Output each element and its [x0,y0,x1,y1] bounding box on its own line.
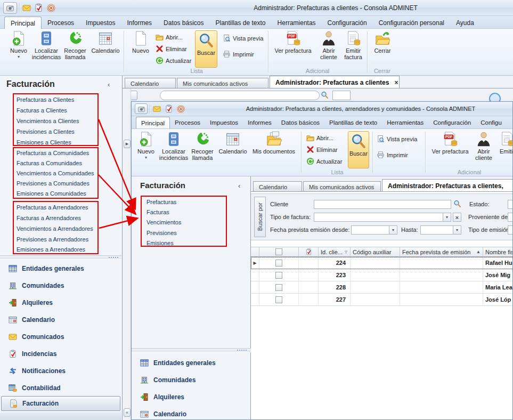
hasta-dropdown-icon[interactable]: ▾ [453,225,461,235]
sidebar-item-facturas-arrendadores[interactable]: Facturas a Arrendadores [17,215,81,221]
abrir-cliente-button[interactable]: Abrir cliente [317,30,340,61]
imprimir-button[interactable]: Imprimir [223,50,254,58]
tab-principal[interactable]: Principal [4,17,42,29]
nuevo-button[interactable]: Nuevo [128,30,153,54]
sidebar-item-emisiones-clientes[interactable]: Emisiones a Clientes [17,139,71,146]
inner-sidebar-splitter[interactable] [132,348,251,352]
sidebar-item-emisiones-comunidades[interactable]: Emisiones a Comunidades [17,190,86,197]
ver-prefactura-button[interactable]: Ver prefactura [271,30,315,54]
tab-configuracion-personal[interactable]: Configuración personal [373,17,450,29]
buscar-button[interactable]: Buscar [348,131,369,168]
vista-previa-button[interactable]: Vista previa [223,34,263,42]
tipo-factura-clear-icon[interactable]: × [453,213,461,222]
eliminar-button[interactable]: Eliminar [306,146,338,154]
sidebar-collapse-icon[interactable]: ‹ [238,182,240,190]
tab-procesos[interactable]: Procesos [170,117,205,128]
ver-prefactura-button[interactable]: Ver prefactura [428,131,472,155]
row-checkbox-cell[interactable] [259,294,299,306]
tab-configuracion[interactable]: Configuración [322,17,373,29]
localizar-incidencias-button[interactable]: Localizar incidencias [32,30,61,61]
tab-impuestos[interactable]: Impuestos [80,17,121,29]
tasks-icon[interactable] [34,3,43,12]
sidebar-item-vencimientos-comunidades[interactable]: Vencimientos a Comunidades [17,170,94,176]
col-id-cliente[interactable]: Id. clie... [319,247,351,257]
col-nombre-fiscal[interactable]: Nombre fis [483,247,513,257]
tab-herramientas[interactable]: Herramientas [382,117,428,128]
sidebar-item-vencimientos[interactable]: Vencimientos [146,219,181,225]
estado-input[interactable] [508,200,513,209]
sidebar-item-emisiones[interactable]: Emisiones [146,240,174,246]
col-fecha-prevista[interactable]: Fecha prevista de emisión▲ [400,247,483,257]
sidebar-item-previsiones-clientes[interactable]: Previsiones a Clientes [17,128,75,135]
emitir-factura-button[interactable]: Emitir [495,131,513,155]
emitir-factura-button[interactable]: Emitir factura [341,30,365,61]
expand-panel-button[interactable]: ▶ [124,140,131,148]
cerrar-button[interactable]: Cerrar [370,30,395,54]
broadcast-icon[interactable] [177,105,185,113]
abrir-button[interactable]: Abrir... [306,134,333,142]
mis-documentos-button[interactable]: Mis documentos [251,131,297,155]
nav-calendario[interactable]: Calendario [1,312,120,327]
nav-notificaciones[interactable]: Notificaciones [1,364,120,378]
tasks-icon[interactable] [165,104,173,113]
sidebar-item-previsiones-arrendadores[interactable]: Previsiones a Arrendadores [17,236,88,243]
row-nombre-cell[interactable]: José Lóp [483,294,513,306]
tab-datos-basicos[interactable]: Datos básicos [276,117,324,128]
row-fecha-cell[interactable] [400,269,483,281]
tab-datos-basicos[interactable]: Datos básicos [158,17,209,29]
tab-plantillas[interactable]: Plantillas de texto [324,117,382,128]
row-checkbox[interactable] [275,260,282,266]
tab-informes[interactable]: Informes [243,117,276,128]
row-id-cell[interactable]: 227 [319,294,351,306]
doc-tab-calendario[interactable]: Calendario [125,78,176,88]
actualizar-button[interactable]: Actualizar [306,157,342,165]
recoger-llamada-button[interactable]: Recoger llamada [189,131,216,161]
tab-impuestos[interactable]: Impuestos [205,117,243,128]
nav-alquileres[interactable]: Alquileres [1,295,120,310]
tab-configuracion-2[interactable]: Configu [476,117,507,128]
row-id-cell[interactable]: 223 [319,269,351,281]
eliminar-button[interactable]: Eliminar [156,45,187,53]
splitter-handle[interactable] [109,257,118,258]
inner-app-menu-button[interactable] [135,103,148,114]
sidebar-item-vencimientos-arrendadores[interactable]: Vencimientos a Arrendadores [17,225,93,232]
row-checkbox[interactable] [275,272,282,279]
imprimir-button[interactable]: Imprimir [377,151,408,159]
row-codigo-cell[interactable] [351,257,400,269]
sidebar-item-emisiones-arrendadores[interactable]: Emisiones a Arrendadores [17,246,85,253]
sidebar-item-prefacturas-comunidades[interactable]: Prefacturas a Comunidades [17,150,89,156]
row-checkbox-cell[interactable] [259,281,299,294]
sidebar-item-facturas-comunidades[interactable]: Facturas a Comunidades [17,160,82,166]
sidebar-item-vencimientos-clientes[interactable]: Vencimientos a Clientes [17,118,79,124]
tab-herramientas[interactable]: Herramientas [272,17,322,29]
app-menu-button[interactable] [3,2,17,14]
sidebar-splitter[interactable] [0,255,121,260]
tab-informes[interactable]: Informes [121,17,158,29]
nav-comunidades[interactable]: Comunidades [133,373,250,387]
col-codigo-auxiliar[interactable]: Código auxiliar [351,247,400,257]
abrir-cliente-button[interactable]: Abrir cliente [473,131,494,161]
close-tab-icon[interactable]: × [394,79,398,86]
row-nombre-cell[interactable]: José Mig [483,269,513,281]
tab-procesos[interactable]: Procesos [42,17,80,29]
partial-search-input[interactable] [160,91,320,100]
row-fecha-cell[interactable] [400,257,483,269]
sidebar-item-facturas[interactable]: Facturas [146,209,169,215]
nav-incidencias[interactable]: Incidencias [1,346,120,361]
row-fecha-cell[interactable] [400,281,483,294]
sidebar-item-previsiones[interactable]: Previsiones [146,230,177,236]
tab-ayuda[interactable]: Ayuda [450,17,480,29]
mail-icon[interactable] [153,105,161,113]
row-nombre-cell[interactable]: Rafael Hu [483,257,513,269]
fecha-desde-input[interactable] [351,225,389,235]
row-checkbox-cell[interactable] [259,257,299,269]
nav-alquileres[interactable]: Alquileres [133,390,250,405]
row-checkbox[interactable] [275,296,282,303]
row-nombre-cell[interactable]: Maria Lea [483,281,513,294]
row-checkbox-cell[interactable] [259,269,299,281]
nuevo-split-button[interactable]: Nuevo▾ [134,131,158,160]
row-codigo-cell[interactable] [351,269,400,281]
row-codigo-cell[interactable] [351,281,400,294]
nav-entidades-generales[interactable]: Entidades generales [1,261,120,276]
doc-tab-mis-comunicados[interactable]: Mis comunicados activos [303,181,381,192]
